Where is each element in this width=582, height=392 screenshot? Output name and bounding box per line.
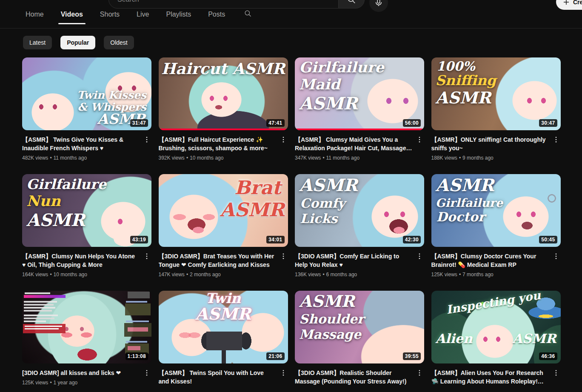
mic-button[interactable] — [369, 0, 388, 12]
video-title[interactable]: 【3DIO ASMR】Brat Teases You with Her Tong… — [159, 252, 279, 269]
channel-search-button[interactable] — [244, 9, 252, 17]
video-age: 2 months ago — [190, 272, 221, 278]
mic-icon — [374, 0, 383, 7]
video-card: Twin Kisses & Whispers ASMR 31:47 【ASMR】… — [22, 57, 151, 161]
duration-badge: 47:41 — [266, 119, 284, 127]
thumbnail-text: ASMR — [512, 332, 556, 345]
video-views: 347K views — [295, 155, 321, 161]
video-title[interactable]: 【3DIO ASMR】Comfy Ear Licking to Help You… — [295, 252, 415, 269]
tab-videos[interactable]: Videos — [58, 10, 86, 26]
tab-playlists[interactable]: Playlists — [163, 10, 194, 26]
video-thumbnail[interactable]: Haircut ASMR 47:41 — [159, 57, 288, 130]
search-icon — [347, 0, 356, 4]
video-thumbnail[interactable]: Girlfailure Nun ASMR 43:19 — [22, 174, 151, 247]
thumbnail-text: ASMR — [26, 212, 85, 229]
video-title[interactable]: 【ASMR】 Clumsy Maid Gives You a Relaxatio… — [295, 135, 415, 152]
tab-live[interactable]: Live — [134, 10, 151, 26]
video-menu-button[interactable] — [142, 368, 151, 378]
kebab-icon — [143, 252, 151, 260]
video-menu-button[interactable] — [142, 135, 151, 144]
video-card: Brat ASMR 34:01 【3DIO ASMR】Brat Teases Y… — [159, 174, 288, 278]
search-button[interactable] — [338, 0, 365, 9]
search-field[interactable] — [108, 0, 338, 9]
video-menu-button[interactable] — [279, 368, 288, 378]
chip-latest[interactable]: Latest — [23, 36, 52, 49]
meta-separator: • — [50, 155, 51, 161]
tab-home[interactable]: Home — [23, 10, 46, 26]
video-meta: 188K views • 9 months ago — [431, 155, 551, 161]
search-input[interactable] — [109, 0, 338, 3]
video-thumbnail[interactable]: Brat ASMR 34:01 — [159, 174, 288, 247]
video-title[interactable]: 【3DIO ASMR】Realistic Shoulder Massage (P… — [295, 369, 415, 386]
video-thumbnail[interactable]: Twin ASMR 21:06 — [159, 291, 288, 363]
video-menu-button[interactable] — [415, 135, 424, 144]
video-views: 392K views — [159, 155, 185, 161]
thumbnail-text: Girlfailure — [299, 60, 384, 74]
thumbnail-text: Girlfailure — [26, 177, 106, 191]
meta-separator: • — [50, 272, 51, 278]
video-meta: 392K views • 10 months ago — [159, 155, 279, 161]
video-age: 1 year ago — [54, 380, 78, 386]
video-menu-button[interactable] — [551, 252, 561, 261]
tab-shorts[interactable]: Shorts — [97, 10, 122, 26]
video-menu-button[interactable] — [551, 368, 561, 378]
video-thumbnail[interactable]: 100% Sniffing ASMR 30:47 — [431, 57, 561, 130]
video-title[interactable]: [3DIO ASMR] all kisses and licks ❤ — [22, 369, 142, 377]
thumbnail-text: 100% — [436, 60, 475, 73]
sort-chips: Latest Popular Oldest — [23, 36, 134, 49]
kebab-icon — [280, 369, 287, 377]
video-title[interactable]: 【ASMR】ONLY sniffing! Cat thoroughly snif… — [431, 135, 551, 152]
meta-separator: • — [186, 155, 188, 161]
video-card: Haircut ASMR 47:41 【ASMR】Full Haircut Ex… — [159, 57, 288, 161]
video-meta: 164K views • 10 months ago — [22, 272, 142, 278]
video-menu-button[interactable] — [142, 252, 151, 261]
video-thumbnail[interactable]: Girlfailure Maid ASMR 56:00 — [295, 57, 424, 130]
video-thumbnail[interactable]: ASMR Shoulder Massage 39:55 — [295, 291, 424, 363]
duration-badge: 43:19 — [130, 236, 148, 243]
thumbnail-text: Comfy — [300, 197, 345, 210]
thumbnail-text: ASMR — [159, 306, 288, 322]
video-menu-button[interactable] — [551, 135, 561, 144]
video-thumbnail[interactable]: ASMR Girlfailure Doctor 50:45 — [431, 174, 561, 247]
kebab-icon — [280, 252, 287, 260]
video-meta: 125K views • 7 months ago — [431, 272, 551, 278]
video-card: ASMR Comfy Licks 42:30 【3DIO ASMR】Comfy … — [295, 174, 424, 278]
video-title[interactable]: 【ASMR】 Twins Spoil You with Love and Kis… — [159, 369, 279, 386]
video-age: 6 months ago — [326, 272, 357, 278]
video-card: Girlfailure Nun ASMR 43:19 【ASMR】Clumsy … — [22, 174, 151, 278]
thumbnail-text: Brat — [234, 178, 281, 197]
video-thumbnail[interactable]: ASMR Comfy Licks 42:30 — [295, 174, 424, 247]
meta-separator: • — [322, 272, 324, 278]
video-thumbnail[interactable]: Twin Kisses & Whispers ASMR 31:47 — [22, 57, 151, 130]
video-views: 125K views — [431, 272, 457, 278]
kebab-icon — [416, 252, 423, 260]
video-card: ASMR Shoulder Massage 39:55 【3DIO ASMR】R… — [295, 291, 424, 386]
duration-badge: 56:00 — [403, 119, 421, 127]
video-title[interactable]: 【ASMR】Full Haircut Experience ✨ Brushing… — [159, 135, 279, 152]
video-title[interactable]: 【ASMR】Alien Uses You For Research 🛸 Lear… — [431, 369, 551, 386]
kebab-icon — [552, 136, 560, 143]
create-button[interactable]: Create — [556, 0, 582, 10]
video-views: 164K views — [22, 272, 48, 278]
video-thumbnail[interactable]: Inspecting you Alien ASMR 46:36 — [431, 291, 561, 363]
video-age: 7 months ago — [462, 272, 494, 278]
video-card: Girlfailure Maid ASMR 56:00 【ASMR】 Clums… — [295, 57, 424, 161]
duration-badge: 30:47 — [539, 119, 557, 127]
video-menu-button[interactable] — [279, 135, 288, 144]
video-title[interactable]: 【ASMR】Clumsy Doctor Cures Your Brainrot!… — [431, 252, 551, 269]
chip-oldest[interactable]: Oldest — [104, 36, 134, 49]
tab-posts[interactable]: Posts — [205, 10, 228, 26]
video-menu-button[interactable] — [415, 252, 424, 261]
video-title[interactable]: 【ASMR】Clumsy Nun Helps You Atone ♥ Oil, … — [22, 252, 142, 269]
video-menu-button[interactable] — [279, 252, 288, 261]
kebab-icon — [280, 136, 287, 143]
video-menu-button[interactable] — [415, 368, 424, 378]
video-title[interactable]: 【ASMR】 Twins Give You Kisses & Inaudible… — [22, 135, 142, 152]
duration-badge: 34:01 — [266, 236, 284, 243]
thumbnail-text: ASMR — [299, 293, 355, 309]
chip-popular[interactable]: Popular — [60, 36, 95, 49]
watch-progress-bar — [295, 129, 424, 130]
video-thumbnail[interactable]: 1:13:08 — [22, 291, 151, 363]
thumbnail-text: Twin — [159, 292, 288, 305]
video-card: ASMR Girlfailure Doctor 50:45 【ASMR】Clum… — [431, 174, 561, 278]
